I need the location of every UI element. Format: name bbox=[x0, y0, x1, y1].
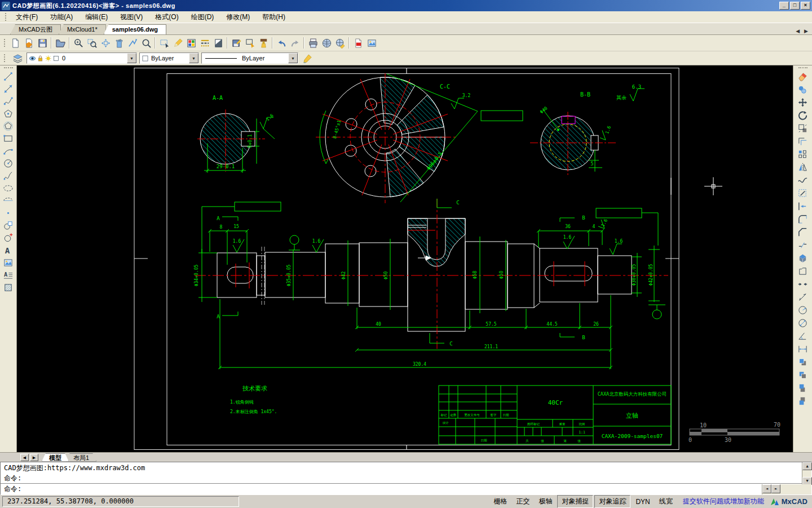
doc-tab-mxcloud1[interactable]: MxCloud1* bbox=[59, 24, 106, 34]
zoom-extents-button[interactable] bbox=[99, 36, 112, 50]
doc-tab-samples06[interactable]: samples06.dwg bbox=[104, 24, 166, 34]
block-create-button[interactable] bbox=[1, 231, 16, 244]
select-window-button[interactable] bbox=[243, 36, 257, 50]
feedback-link[interactable]: 提交软件问题或增加新功能 bbox=[683, 497, 764, 506]
rotate-button[interactable] bbox=[796, 109, 810, 122]
propsbar-grip[interactable] bbox=[4, 54, 6, 62]
command-window[interactable]: CAD梦想画图:https://www.mxdraw3d.com 命令: 命令:… bbox=[0, 462, 812, 495]
menu-function[interactable]: 功能(A) bbox=[44, 11, 79, 23]
layer-select[interactable]: 0 ▼ bbox=[27, 52, 137, 64]
dim-angular-button[interactable] bbox=[796, 330, 810, 343]
spline-edit-button[interactable] bbox=[796, 174, 810, 187]
web-open-button[interactable] bbox=[333, 36, 347, 50]
undo-button[interactable] bbox=[275, 36, 288, 50]
zoom-in-button[interactable] bbox=[72, 36, 85, 50]
toggle-polar[interactable]: 极轴 bbox=[535, 496, 556, 507]
scroll-right-icon[interactable]: ► bbox=[771, 484, 780, 493]
select-rect-button[interactable] bbox=[157, 36, 171, 50]
format-painter-button[interactable] bbox=[257, 36, 270, 50]
menu-draw[interactable]: 绘图(D) bbox=[185, 11, 220, 23]
polyline-button[interactable] bbox=[1, 95, 16, 107]
menubar-grip[interactable] bbox=[5, 13, 7, 21]
command-scrollbar-horizontal[interactable]: ◄ ► bbox=[762, 484, 811, 494]
drawing-canvas[interactable]: A-A29-0.11.68+0.1C-C3.2Φ96±0.58-45°±1B-B… bbox=[17, 65, 793, 452]
tab-scroll-right-icon[interactable]: ▶ bbox=[802, 28, 810, 34]
open-button[interactable] bbox=[54, 36, 67, 50]
menu-file[interactable]: 文件(F) bbox=[10, 11, 44, 23]
mtext-button[interactable]: A bbox=[1, 269, 16, 281]
solid-button[interactable] bbox=[796, 252, 810, 265]
array-button[interactable] bbox=[796, 148, 810, 161]
linetype-select[interactable]: ByLayer ▼ bbox=[201, 52, 298, 64]
circle-button[interactable] bbox=[1, 157, 16, 169]
construction-line-button[interactable] bbox=[1, 82, 16, 95]
open-cloud-button[interactable] bbox=[22, 36, 36, 50]
close-button[interactable]: × bbox=[801, 2, 810, 10]
draw-toolbar-grip[interactable] bbox=[4, 67, 13, 69]
linetype-manager-button[interactable] bbox=[198, 36, 211, 50]
spline-button[interactable] bbox=[1, 169, 16, 182]
dim-radius-button[interactable] bbox=[796, 304, 810, 317]
dim-linear-button[interactable] bbox=[796, 343, 810, 356]
offset-button[interactable] bbox=[796, 135, 810, 148]
image-button[interactable] bbox=[1, 256, 16, 269]
arc-button[interactable] bbox=[1, 144, 16, 157]
pan-button[interactable] bbox=[112, 36, 126, 50]
draworder-below-button[interactable] bbox=[796, 395, 810, 408]
mirror-button[interactable] bbox=[796, 161, 810, 174]
scroll-up-icon[interactable]: ▲ bbox=[802, 462, 812, 470]
export-pdf-button[interactable] bbox=[351, 36, 365, 50]
draworder-front-button[interactable] bbox=[796, 356, 810, 369]
layout-tab-layout1[interactable]: 布局1 bbox=[66, 453, 96, 462]
toolbar-grip[interactable] bbox=[4, 39, 6, 47]
toggle-lineweight[interactable]: 线宽 bbox=[655, 496, 677, 507]
color-dropdown-icon[interactable]: ▼ bbox=[189, 53, 198, 63]
dim-aligned-button[interactable] bbox=[796, 291, 810, 304]
toggle-grid[interactable]: 栅格 bbox=[489, 496, 511, 507]
scroll-left-icon[interactable]: ◄ bbox=[762, 484, 771, 493]
linetype-dropdown-icon[interactable]: ▼ bbox=[288, 53, 298, 63]
save-button[interactable] bbox=[36, 36, 49, 50]
toggle-otrack[interactable]: 对象追踪 bbox=[594, 495, 630, 508]
layout-scroll-right-icon[interactable]: ▶ bbox=[30, 454, 38, 461]
ellipse-arc-button[interactable] bbox=[1, 194, 16, 207]
toggle-osnap[interactable]: 对象捕捉 bbox=[557, 495, 593, 508]
draworder-above-button[interactable] bbox=[796, 382, 810, 395]
export-image-button[interactable] bbox=[365, 36, 378, 50]
extend-button[interactable] bbox=[796, 200, 810, 213]
join-button[interactable] bbox=[796, 278, 810, 291]
minimize-button[interactable]: _ bbox=[779, 2, 789, 10]
layer-manager-button[interactable] bbox=[184, 36, 198, 50]
hatch-button[interactable] bbox=[1, 281, 16, 294]
copy-button[interactable] bbox=[796, 83, 810, 96]
command-input[interactable]: 命令: bbox=[1, 484, 811, 494]
text-button[interactable]: A bbox=[1, 244, 16, 256]
tab-scroll-left-icon[interactable]: ◀ bbox=[794, 28, 801, 34]
trim-button[interactable] bbox=[796, 187, 810, 200]
print-button[interactable] bbox=[306, 36, 320, 50]
point-button[interactable] bbox=[1, 207, 16, 219]
layout-scroll-left-icon[interactable]: ◀ bbox=[20, 454, 29, 461]
fillet-button[interactable] bbox=[796, 213, 810, 226]
move-button[interactable] bbox=[796, 96, 810, 109]
erase-button[interactable] bbox=[796, 70, 810, 83]
rectangle-button[interactable] bbox=[1, 132, 16, 144]
menu-view[interactable]: 视图(V) bbox=[114, 11, 149, 23]
layer-dropdown-icon[interactable]: ▼ bbox=[127, 53, 136, 63]
color-select[interactable]: ByLayer ▼ bbox=[139, 52, 199, 64]
page-setup-button[interactable] bbox=[211, 36, 225, 50]
zoom-previous-button[interactable] bbox=[126, 36, 139, 50]
command-scrollbar-vertical[interactable]: ▲ ▼ bbox=[802, 462, 811, 485]
boundary-button[interactable] bbox=[796, 265, 810, 278]
inscribed-polygon-button[interactable] bbox=[1, 120, 16, 132]
zoom-realtime-button[interactable] bbox=[139, 36, 153, 50]
web-publish-button[interactable] bbox=[320, 36, 333, 50]
save-as-button[interactable] bbox=[230, 36, 243, 50]
polygon-button[interactable] bbox=[1, 107, 16, 120]
block-insert-button[interactable] bbox=[1, 219, 16, 231]
menu-edit[interactable]: 编辑(E) bbox=[79, 11, 114, 23]
chamfer-button[interactable] bbox=[796, 226, 810, 239]
scroll-down-icon[interactable]: ▼ bbox=[802, 477, 812, 485]
toggle-ortho[interactable]: 正交 bbox=[512, 496, 533, 507]
redo-button[interactable] bbox=[288, 36, 302, 50]
